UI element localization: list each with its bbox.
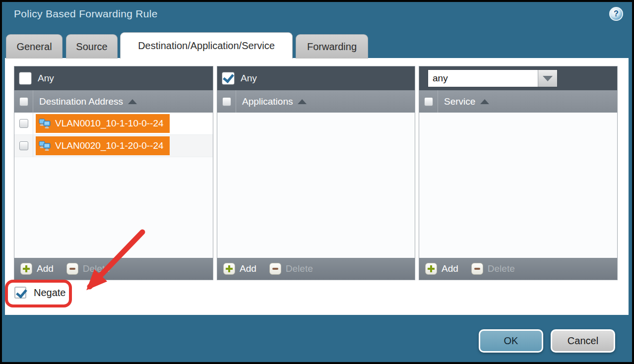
add-plus-icon bbox=[425, 263, 437, 275]
applications-select-all-checkbox[interactable] bbox=[222, 97, 231, 106]
delete-minus-icon bbox=[66, 263, 78, 275]
applications-any-label: Any bbox=[241, 73, 257, 84]
table-row[interactable]: VLAN0020_10-1-20-0--24 bbox=[14, 135, 213, 157]
delete-button[interactable]: Delete bbox=[269, 263, 313, 275]
service-dropdown-button[interactable] bbox=[538, 70, 557, 87]
address-object-label: VLAN0010_10-1-10-0--24 bbox=[55, 118, 164, 129]
row-checkbox[interactable] bbox=[19, 141, 28, 150]
destination-select-all-checkbox[interactable] bbox=[19, 97, 28, 106]
applications-footer-toolbar: Add Delete bbox=[217, 258, 415, 280]
help-icon[interactable]: ? bbox=[609, 7, 623, 21]
destination-footer-toolbar: Add Delete bbox=[14, 258, 213, 280]
sort-ascending-icon bbox=[298, 99, 307, 104]
add-button[interactable]: Add bbox=[223, 263, 256, 275]
service-select-all-checkbox[interactable] bbox=[424, 97, 433, 106]
applications-any-bar: Any bbox=[217, 66, 415, 90]
add-button[interactable]: Add bbox=[20, 263, 54, 275]
delete-button[interactable]: Delete bbox=[66, 263, 110, 275]
sort-ascending-icon bbox=[480, 99, 489, 104]
network-computers-icon bbox=[39, 118, 51, 129]
address-object-pill: VLAN0020_10-1-20-0--24 bbox=[36, 136, 170, 155]
delete-minus-icon bbox=[471, 263, 483, 275]
tab-general[interactable]: General bbox=[6, 34, 63, 59]
destination-address-column: Any Destination Address bbox=[14, 66, 213, 280]
delete-button[interactable]: Delete bbox=[471, 263, 515, 275]
tab-forwarding[interactable]: Forwarding bbox=[296, 34, 368, 59]
destination-any-label: Any bbox=[38, 73, 54, 84]
destination-address-header[interactable]: Destination Address bbox=[14, 90, 213, 113]
applications-list bbox=[217, 113, 415, 258]
tab-destination-application-service[interactable]: Destination/Application/Service bbox=[120, 32, 293, 59]
chevron-down-icon bbox=[543, 76, 553, 81]
applications-header[interactable]: Applications bbox=[217, 90, 415, 113]
destination-any-checkbox[interactable] bbox=[19, 72, 31, 84]
delete-minus-icon bbox=[269, 263, 281, 275]
service-dropdown-value: any bbox=[428, 70, 538, 87]
destination-list: VLAN0010_10-1-10-0--24 bbox=[14, 113, 213, 258]
applications-header-label: Applications bbox=[242, 96, 293, 107]
table-row[interactable]: VLAN0010_10-1-10-0--24 bbox=[14, 113, 213, 135]
service-dropdown[interactable]: any bbox=[428, 70, 557, 87]
tab-content-panel: Any Destination Address bbox=[5, 58, 629, 315]
tab-source[interactable]: Source bbox=[66, 34, 118, 59]
dialog-title: Policy Based Forwarding Rule bbox=[14, 8, 158, 20]
service-header[interactable]: Service bbox=[419, 90, 617, 113]
service-column: any Service Add Delete bbox=[419, 66, 618, 280]
destination-header-label: Destination Address bbox=[39, 96, 123, 107]
pbf-rule-dialog: Policy Based Forwarding Rule ? General S… bbox=[0, 0, 634, 364]
ok-button[interactable]: OK bbox=[479, 329, 543, 353]
applications-column: Any Applications Add Delete bbox=[217, 66, 415, 280]
address-object-label: VLAN0020_10-1-20-0--24 bbox=[55, 140, 164, 151]
add-plus-icon bbox=[223, 263, 235, 275]
service-footer-toolbar: Add Delete bbox=[419, 258, 617, 280]
service-header-label: Service bbox=[444, 96, 475, 107]
sort-ascending-icon bbox=[128, 99, 137, 104]
add-button[interactable]: Add bbox=[425, 263, 458, 275]
add-plus-icon bbox=[20, 263, 32, 275]
address-object-pill: VLAN0010_10-1-10-0--24 bbox=[36, 114, 170, 133]
applications-any-checkbox[interactable] bbox=[222, 72, 234, 84]
cancel-button[interactable]: Cancel bbox=[551, 329, 615, 353]
network-computers-icon bbox=[39, 140, 51, 151]
destination-any-bar: Any bbox=[14, 66, 213, 90]
annotation-highlight-box bbox=[5, 280, 72, 307]
row-checkbox[interactable] bbox=[19, 119, 28, 128]
service-list bbox=[419, 113, 617, 258]
service-any-bar: any bbox=[419, 66, 617, 90]
